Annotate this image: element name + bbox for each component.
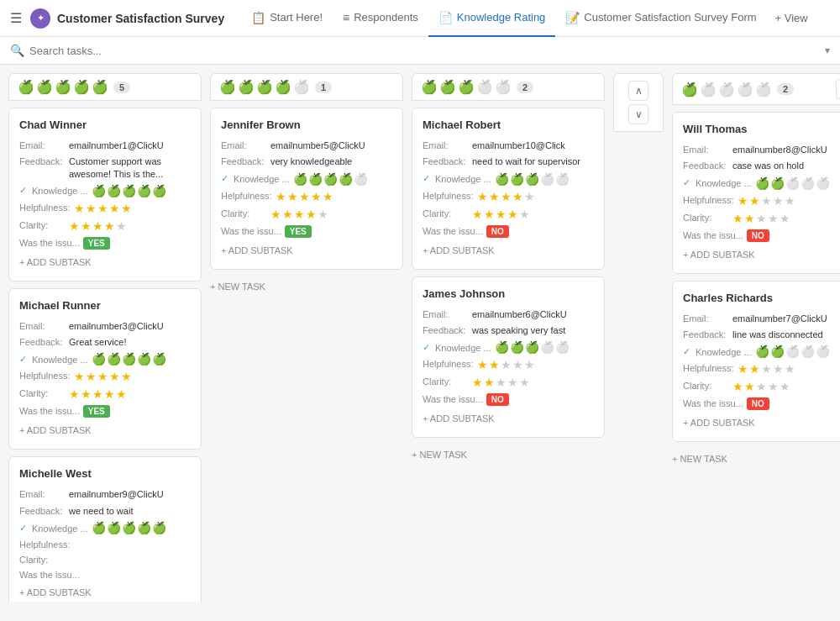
- card-name: Michael Robert: [423, 118, 594, 131]
- column-count: 2: [777, 83, 794, 95]
- feedback-label: Feedback:: [19, 155, 66, 166]
- tab-start[interactable]: 📋 Start Here!: [241, 0, 333, 37]
- email-row: Email: emailnumber3@ClickU: [19, 320, 191, 332]
- board: 🍏🍏🍏🍏🍏 5 Chad Winner Email: emailnumber1@…: [0, 65, 840, 610]
- knowledge-apples: 🍏🍏🍏🍏🍏: [92, 184, 166, 197]
- email-value: emailnumber7@ClickU: [732, 313, 840, 324]
- helpfulness-row: Helpfulness:: [19, 539, 191, 550]
- new-task-button[interactable]: + NEW TASK: [210, 276, 403, 297]
- new-task-button[interactable]: + NEW TASK: [672, 449, 840, 469]
- search-input[interactable]: [29, 45, 820, 57]
- add-subtask-button[interactable]: + ADD SUBTASK: [19, 254, 191, 271]
- add-subtask-button[interactable]: + ADD SUBTASK: [683, 414, 840, 431]
- new-task-button[interactable]: + NEW TASK: [412, 445, 605, 465]
- feedback-row: Feedback: Customer support was awesome! …: [19, 155, 191, 180]
- add-subtask-button[interactable]: + ADD SUBTASK: [19, 584, 191, 601]
- email-label: Email:: [19, 488, 66, 499]
- email-row: Email: emailnumber6@ClickU: [423, 308, 594, 320]
- issue-resolved-badge: YES: [285, 225, 312, 238]
- issue-label: Was the issu...: [683, 397, 743, 408]
- feedback-value: we need to wait: [69, 505, 191, 517]
- knowledge-row: ✓ Knowledge ... 🍏🍏🍏🍏🍏: [19, 352, 191, 366]
- email-row: Email: emailnumber10@Click: [423, 139, 594, 151]
- add-subtask-button[interactable]: + ADD SUBTASK: [683, 246, 840, 263]
- issue-row: Was the issu... YES: [19, 405, 191, 418]
- helpfulness-label: Helpfulness:: [19, 202, 71, 213]
- slim-column-header: ∧ ∨: [613, 73, 664, 132]
- knowledge-check-icon: ✓: [683, 346, 690, 357]
- email-label: Email:: [423, 139, 469, 150]
- issue-label: Was the issu...: [683, 229, 743, 240]
- cards-container: Michael Robert Email: emailnumber10@Clic…: [412, 101, 605, 602]
- respondents-tab-icon: ≡: [343, 11, 349, 24]
- add-subtask-button[interactable]: + ADD SUBTASK: [423, 410, 594, 427]
- form-tab-icon: 📝: [565, 11, 580, 24]
- feedback-label: Feedback:: [423, 155, 469, 166]
- task-card: Will Thomas Email: emailnumber8@ClickU F…: [672, 112, 840, 274]
- column-apple-rating: 🍏🍏🍏🍏🍏: [219, 79, 310, 95]
- cards-container: Chad Winner Email: emailnumber1@ClickU F…: [8, 101, 202, 602]
- column-2: 🍏🍏🍏🍏🍏 1 Jennifer Brown Email: emailnumbe…: [210, 73, 403, 602]
- tab-form[interactable]: 📝 Customer Satisfaction Survey Form: [555, 0, 766, 37]
- knowledge-apples: 🍏🍏🍏🍏🍏: [92, 352, 166, 366]
- knowledge-apples: 🍏🍏🍏🍏🍏: [92, 521, 166, 534]
- menu-icon[interactable]: ☰: [10, 10, 22, 26]
- tab-bar: 📋 Start Here! ≡ Respondents 📄 Knowledge …: [241, 0, 830, 37]
- clarity-label: Clarity:: [683, 212, 729, 223]
- add-subtask-button[interactable]: + ADD SUBTASK: [19, 422, 191, 439]
- task-card: Charles Richards Email: emailnumber7@Cli…: [672, 281, 840, 443]
- card-name: Michael Runner: [19, 299, 191, 312]
- knowledge-check-icon: ✓: [19, 185, 27, 196]
- clarity-label: Clarity:: [423, 208, 469, 218]
- clarity-row: Clarity: ★★★★★: [19, 387, 191, 401]
- helpfulness-label: Helpfulness:: [683, 194, 734, 205]
- search-dropdown-icon[interactable]: ▾: [825, 45, 830, 56]
- knowledge-row: ✓ Knowledge ... 🍏🍏🍏🍏🍏: [423, 172, 594, 186]
- add-subtask-button[interactable]: + ADD SUBTASK: [221, 242, 392, 259]
- column-count: 2: [517, 82, 533, 93]
- view-button[interactable]: + View: [767, 12, 816, 24]
- slim-nav: ∧ ∨: [628, 81, 648, 124]
- issue-row: Was the issu... YES: [19, 237, 191, 250]
- issue-resolved-badge: NO: [747, 229, 769, 242]
- tab-respondents[interactable]: ≡ Respondents: [333, 0, 428, 37]
- card-name: Chad Winner: [19, 118, 191, 131]
- cards-container: Will Thomas Email: emailnumber8@ClickU F…: [672, 105, 840, 602]
- helpfulness-stars: ★★★★★: [74, 370, 132, 383]
- issue-resolved-badge: NO: [486, 393, 509, 406]
- knowledge-row: ✓ Knowledge ... 🍏🍏🍏🍏🍏: [423, 340, 594, 354]
- add-subtask-button[interactable]: + ADD SUBTASK: [423, 242, 594, 259]
- knowledge-label: Knowledge ...: [32, 354, 88, 365]
- knowledge-row: ✓ Knowledge ... 🍏🍏🍏🍏🍏: [19, 184, 191, 197]
- slim-nav-down[interactable]: ∨: [628, 104, 648, 124]
- column-count: 5: [113, 82, 130, 93]
- issue-label: Was the issu...: [221, 225, 281, 236]
- clarity-label: Clarity:: [221, 208, 267, 218]
- knowledge-check-icon: ✓: [19, 523, 27, 534]
- feedback-row: Feedback: case was on hold: [683, 160, 840, 171]
- clarity-row: Clarity:: [19, 554, 191, 565]
- knowledge-label: Knowledge ...: [696, 177, 752, 188]
- column-count: 1: [315, 82, 332, 93]
- feedback-value: need to wait for supervisor: [472, 155, 594, 167]
- email-row: Email: emailnumber8@ClickU: [683, 144, 840, 155]
- feedback-row: Feedback: need to wait for supervisor: [423, 155, 594, 167]
- feedback-row: Feedback: was speaking very fast: [423, 324, 594, 336]
- clarity-stars: ★★★★★: [732, 380, 790, 393]
- issue-label: Was the issu...: [19, 237, 80, 248]
- slim-column: ∧ ∨: [613, 73, 664, 602]
- clarity-row: Clarity: ★★★★★: [423, 208, 594, 221]
- feedback-value: case was on hold: [732, 160, 840, 171]
- slim-nav-up[interactable]: ∧: [628, 81, 648, 101]
- knowledge-row: ✓ Knowledge ... 🍏🍏🍏🍏🍏: [683, 176, 840, 190]
- email-value: emailnumber5@ClickU: [270, 139, 392, 151]
- helpfulness-row: Helpfulness: ★★★★★: [683, 362, 840, 376]
- tab-knowledge[interactable]: 📄 Knowledge Rating: [428, 0, 556, 37]
- feedback-value: very knowledgeable: [270, 155, 392, 167]
- knowledge-check-icon: ✓: [221, 173, 228, 184]
- clarity-label: Clarity:: [19, 387, 66, 398]
- nav-right-button[interactable]: ›: [836, 79, 840, 99]
- clarity-stars: ★★★★★: [472, 208, 530, 221]
- knowledge-apples: 🍏🍏🍏🍏🍏: [293, 172, 368, 186]
- email-label: Email:: [19, 139, 66, 150]
